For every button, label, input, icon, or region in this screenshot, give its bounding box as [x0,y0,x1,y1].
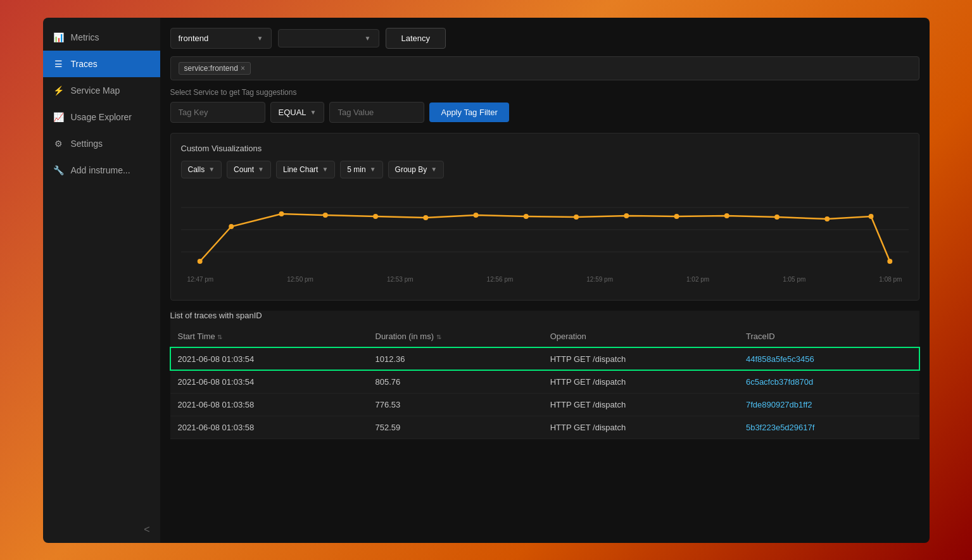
viz-interval-label: 5 min [347,165,365,174]
tag-value-input[interactable] [329,102,424,123]
service-dropdown[interactable]: frontend ▼ [170,28,272,49]
traces-icon: ☰ [53,58,65,70]
sidebar-item-service-map[interactable]: ⚡ Service Map [43,77,160,104]
sidebar-item-label: Service Map [71,85,120,96]
viz-metric-chevron: ▼ [258,166,264,173]
chart-label-4: 12:59 pm [586,276,613,283]
traces-table-section: List of traces with spanID Start Time ⇅ … [170,311,919,439]
viz-metric-label: Count [234,165,254,174]
svg-point-15 [774,215,779,220]
latency-label: Latency [401,34,431,43]
cell-start-time: 2021-06-08 01:03:54 [170,347,368,370]
sidebar-item-settings[interactable]: ⚙ Settings [43,130,160,157]
viz-group-label: Group By [395,165,427,174]
chart-x-labels: 12:47 pm 12:50 pm 12:53 pm 12:56 pm 12:5… [181,276,909,283]
table-body: 2021-06-08 01:03:541012.36HTTP GET /disp… [170,347,919,439]
cell-trace-id[interactable]: 7fde890927db1ff2 [738,393,919,416]
table-row[interactable]: 2021-06-08 01:03:541012.36HTTP GET /disp… [170,347,919,370]
cell-trace-id[interactable]: 44f858a5fe5c3456 [738,347,919,370]
sidebar-item-usage-explorer[interactable]: 📈 Usage Explorer [43,104,160,130]
tag-key-input[interactable] [170,102,265,123]
filter-section: Select Service to get Tag suggestions EQ… [170,88,919,123]
main-content: frontend ▼ ▼ Latency service:frontend × … [160,18,930,543]
svg-point-4 [229,224,234,229]
cell-start-time: 2021-06-08 01:03:54 [170,370,368,393]
viz-chart-chevron: ▼ [322,166,328,173]
svg-point-5 [279,211,284,216]
cell-trace-id[interactable]: 6c5acfcb37fd870d [738,370,919,393]
svg-point-6 [322,213,327,218]
svg-point-3 [197,259,202,264]
sidebar-item-metrics[interactable]: 📊 Metrics [43,24,160,51]
sidebar-item-label: Usage Explorer [71,112,132,122]
viz-chart-dropdown[interactable]: Line Chart ▼ [276,161,335,178]
cell-operation: HTTP GET /dispatch [543,393,738,416]
apply-tag-filter-button[interactable]: Apply Tag Filter [429,103,508,122]
cell-duration: 1012.36 [368,347,543,370]
operation-dropdown[interactable]: ▼ [278,29,379,47]
viz-type-chevron: ▼ [208,166,215,173]
add-instrument-icon: 🔧 [53,165,65,176]
chart-label-3: 12:56 pm [487,276,514,283]
top-bar: frontend ▼ ▼ Latency [170,28,919,49]
equal-label: EQUAL [279,108,306,117]
viz-title: Custom Visualizations [181,144,909,153]
table-header: Start Time ⇅ Duration (in ms) ⇅ Operatio… [170,325,919,348]
viz-group-chevron: ▼ [431,166,437,173]
viz-interval-dropdown[interactable]: 5 min ▼ [340,161,382,178]
sort-icon-start-time[interactable]: ⇅ [217,333,222,340]
sort-icon-duration[interactable]: ⇅ [436,333,441,340]
svg-point-9 [473,213,478,218]
service-value: frontend [179,34,209,43]
sidebar: 📊 Metrics ☰ Traces ⚡ Service Map 📈 Usage… [43,18,160,543]
cell-operation: HTTP GET /dispatch [543,370,738,393]
tag-chip-close[interactable]: × [241,64,245,73]
cell-duration: 752.59 [368,416,543,439]
viz-type-label: Calls [188,165,205,174]
viz-interval-chevron: ▼ [370,166,376,173]
sidebar-item-label: Add instrume... [71,165,130,175]
viz-group-dropdown[interactable]: Group By ▼ [388,161,445,178]
sidebar-item-label: Metrics [71,32,99,42]
col-trace-id: TraceID [738,325,919,348]
svg-point-18 [887,259,892,264]
table-row[interactable]: 2021-06-08 01:03:54805.76HTTP GET /dispa… [170,370,919,393]
viz-type-dropdown[interactable]: Calls ▼ [181,161,222,178]
equal-chevron: ▼ [310,109,317,116]
table-header-row: Start Time ⇅ Duration (in ms) ⇅ Operatio… [170,325,919,348]
viz-metric-dropdown[interactable]: Count ▼ [227,161,271,178]
svg-point-14 [724,213,729,218]
cell-start-time: 2021-06-08 01:03:58 [170,416,368,439]
service-dropdown-chevron: ▼ [257,35,263,42]
table-wrapper: Start Time ⇅ Duration (in ms) ⇅ Operatio… [170,325,919,439]
sidebar-item-traces[interactable]: ☰ Traces [43,51,160,77]
table-row[interactable]: 2021-06-08 01:03:58752.59HTTP GET /dispa… [170,416,919,439]
line-chart-svg [181,189,909,271]
table-row[interactable]: 2021-06-08 01:03:58776.53HTTP GET /dispa… [170,393,919,416]
latency-button[interactable]: Latency [386,28,446,49]
tags-bar: service:frontend × [170,56,919,80]
usage-explorer-icon: 📈 [53,111,65,123]
viz-chart-label: Line Chart [283,165,318,174]
cell-trace-id[interactable]: 5b3f223e5d29617f [738,416,919,439]
cell-operation: HTTP GET /dispatch [543,347,738,370]
tag-chip-label: service:frontend [184,64,238,73]
traces-table: Start Time ⇅ Duration (in ms) ⇅ Operatio… [170,325,919,439]
chart-label-2: 12:53 pm [387,276,413,283]
sidebar-collapse-button[interactable]: < [43,516,160,543]
sidebar-item-label: Traces [71,59,98,69]
chart-area: 12:47 pm 12:50 pm 12:53 pm 12:56 pm 12:5… [181,189,909,290]
equal-dropdown[interactable]: EQUAL ▼ [270,102,325,123]
chart-label-1: 12:50 pm [287,276,313,283]
cell-duration: 805.76 [368,370,543,393]
col-duration: Duration (in ms) ⇅ [368,325,543,348]
svg-point-16 [824,216,830,221]
cell-start-time: 2021-06-08 01:03:58 [170,393,368,416]
filter-hint: Select Service to get Tag suggestions [170,88,919,97]
list-title: List of traces with spanID [170,311,919,320]
svg-point-11 [574,215,579,220]
sidebar-item-add-instrument[interactable]: 🔧 Add instrume... [43,157,160,184]
settings-icon: ⚙ [53,138,65,149]
sidebar-item-label: Settings [71,139,103,149]
visualization-section: Custom Visualizations Calls ▼ Count ▼ Li… [170,133,919,301]
